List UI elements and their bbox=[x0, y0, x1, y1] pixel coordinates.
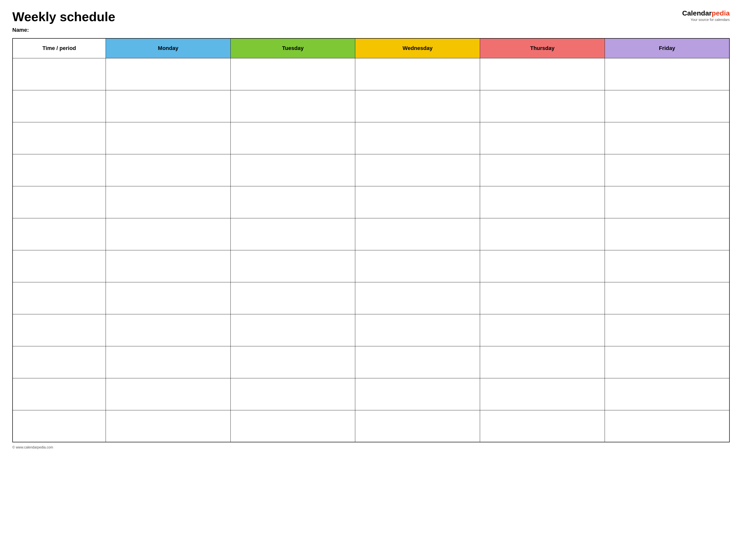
cell-row8-col5[interactable] bbox=[604, 314, 730, 346]
cell-row6-col1[interactable] bbox=[106, 250, 231, 282]
cell-row2-col4[interactable] bbox=[480, 122, 605, 154]
table-row bbox=[12, 410, 730, 442]
cell-row9-col0[interactable] bbox=[12, 346, 106, 378]
schedule-table: Time / period Monday Tuesday Wednesday T… bbox=[12, 38, 730, 442]
col-header-thursday: Thursday bbox=[480, 39, 605, 58]
cell-row5-col3[interactable] bbox=[355, 218, 480, 250]
page-header: Weekly schedule Name: Calendarpedia Your… bbox=[12, 10, 730, 33]
cell-row8-col1[interactable] bbox=[106, 314, 231, 346]
logo-text: Calendarpedia bbox=[682, 10, 730, 17]
cell-row4-col4[interactable] bbox=[480, 186, 605, 218]
table-row bbox=[12, 90, 730, 122]
table-row bbox=[12, 346, 730, 378]
cell-row11-col1[interactable] bbox=[106, 410, 231, 442]
title-area: Weekly schedule Name: bbox=[12, 10, 115, 33]
cell-row7-col5[interactable] bbox=[604, 282, 730, 314]
table-row bbox=[12, 378, 730, 410]
cell-row7-col4[interactable] bbox=[480, 282, 605, 314]
table-row bbox=[12, 154, 730, 186]
table-row bbox=[12, 186, 730, 218]
table-row bbox=[12, 122, 730, 154]
cell-row2-col5[interactable] bbox=[604, 122, 730, 154]
cell-row0-col5[interactable] bbox=[604, 58, 730, 90]
cell-row5-col4[interactable] bbox=[480, 218, 605, 250]
cell-row10-col0[interactable] bbox=[12, 378, 106, 410]
cell-row2-col3[interactable] bbox=[355, 122, 480, 154]
cell-row5-col1[interactable] bbox=[106, 218, 231, 250]
cell-row4-col5[interactable] bbox=[604, 186, 730, 218]
cell-row7-col0[interactable] bbox=[12, 282, 106, 314]
cell-row6-col5[interactable] bbox=[604, 250, 730, 282]
cell-row2-col0[interactable] bbox=[12, 122, 106, 154]
page-title: Weekly schedule bbox=[12, 10, 115, 24]
table-row bbox=[12, 314, 730, 346]
logo-tagline: Your source for calendars bbox=[691, 18, 730, 22]
cell-row4-col2[interactable] bbox=[230, 186, 355, 218]
cell-row7-col2[interactable] bbox=[230, 282, 355, 314]
logo-area: Calendarpedia Your source for calendars bbox=[682, 10, 730, 22]
col-header-monday: Monday bbox=[106, 39, 231, 58]
cell-row3-col1[interactable] bbox=[106, 154, 231, 186]
col-header-time: Time / period bbox=[12, 39, 106, 58]
cell-row3-col0[interactable] bbox=[12, 154, 106, 186]
cell-row4-col1[interactable] bbox=[106, 186, 231, 218]
table-header-row: Time / period Monday Tuesday Wednesday T… bbox=[12, 39, 730, 58]
cell-row9-col4[interactable] bbox=[480, 346, 605, 378]
cell-row6-col2[interactable] bbox=[230, 250, 355, 282]
cell-row9-col3[interactable] bbox=[355, 346, 480, 378]
cell-row1-col4[interactable] bbox=[480, 90, 605, 122]
cell-row10-col3[interactable] bbox=[355, 378, 480, 410]
cell-row1-col2[interactable] bbox=[230, 90, 355, 122]
cell-row8-col4[interactable] bbox=[480, 314, 605, 346]
cell-row10-col1[interactable] bbox=[106, 378, 231, 410]
cell-row0-col0[interactable] bbox=[12, 58, 106, 90]
cell-row5-col5[interactable] bbox=[604, 218, 730, 250]
cell-row11-col2[interactable] bbox=[230, 410, 355, 442]
cell-row11-col3[interactable] bbox=[355, 410, 480, 442]
cell-row2-col2[interactable] bbox=[230, 122, 355, 154]
cell-row6-col3[interactable] bbox=[355, 250, 480, 282]
cell-row10-col5[interactable] bbox=[604, 378, 730, 410]
cell-row4-col0[interactable] bbox=[12, 186, 106, 218]
cell-row10-col2[interactable] bbox=[230, 378, 355, 410]
cell-row0-col4[interactable] bbox=[480, 58, 605, 90]
col-header-tuesday: Tuesday bbox=[230, 39, 355, 58]
cell-row3-col5[interactable] bbox=[604, 154, 730, 186]
col-header-wednesday: Wednesday bbox=[355, 39, 480, 58]
cell-row9-col2[interactable] bbox=[230, 346, 355, 378]
cell-row1-col3[interactable] bbox=[355, 90, 480, 122]
cell-row6-col4[interactable] bbox=[480, 250, 605, 282]
logo-calendar: Calendar bbox=[682, 9, 712, 17]
cell-row4-col3[interactable] bbox=[355, 186, 480, 218]
cell-row0-col1[interactable] bbox=[106, 58, 231, 90]
logo-pedia: pedia bbox=[712, 9, 730, 17]
cell-row0-col3[interactable] bbox=[355, 58, 480, 90]
cell-row1-col1[interactable] bbox=[106, 90, 231, 122]
cell-row7-col3[interactable] bbox=[355, 282, 480, 314]
table-row bbox=[12, 58, 730, 90]
cell-row2-col1[interactable] bbox=[106, 122, 231, 154]
cell-row10-col4[interactable] bbox=[480, 378, 605, 410]
table-row bbox=[12, 218, 730, 250]
cell-row3-col3[interactable] bbox=[355, 154, 480, 186]
cell-row8-col3[interactable] bbox=[355, 314, 480, 346]
cell-row3-col2[interactable] bbox=[230, 154, 355, 186]
cell-row0-col2[interactable] bbox=[230, 58, 355, 90]
cell-row5-col0[interactable] bbox=[12, 218, 106, 250]
cell-row9-col5[interactable] bbox=[604, 346, 730, 378]
cell-row9-col1[interactable] bbox=[106, 346, 231, 378]
cell-row11-col0[interactable] bbox=[12, 410, 106, 442]
cell-row11-col4[interactable] bbox=[480, 410, 605, 442]
cell-row6-col0[interactable] bbox=[12, 250, 106, 282]
cell-row1-col0[interactable] bbox=[12, 90, 106, 122]
footer: © www.calendarpedia.com bbox=[12, 445, 730, 449]
cell-row7-col1[interactable] bbox=[106, 282, 231, 314]
cell-row8-col0[interactable] bbox=[12, 314, 106, 346]
cell-row11-col5[interactable] bbox=[604, 410, 730, 442]
cell-row5-col2[interactable] bbox=[230, 218, 355, 250]
name-label: Name: bbox=[12, 27, 115, 33]
cell-row8-col2[interactable] bbox=[230, 314, 355, 346]
cell-row3-col4[interactable] bbox=[480, 154, 605, 186]
table-row bbox=[12, 250, 730, 282]
cell-row1-col5[interactable] bbox=[604, 90, 730, 122]
